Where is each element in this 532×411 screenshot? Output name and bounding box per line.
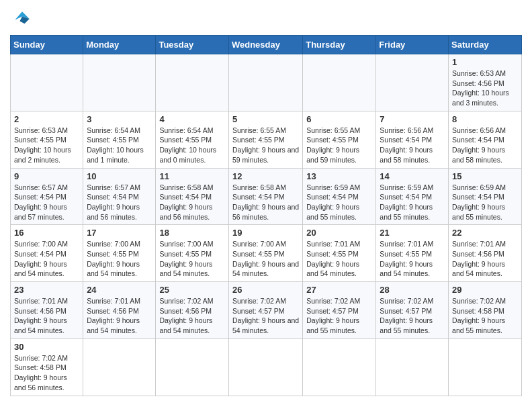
day-info: Sunrise: 6:59 AM Sunset: 4:54 PM Dayligh… (380, 183, 445, 222)
calendar-cell: 13Sunrise: 6:59 AM Sunset: 4:54 PM Dayli… (303, 168, 376, 225)
calendar-week-row: 16Sunrise: 7:00 AM Sunset: 4:54 PM Dayli… (11, 225, 522, 282)
calendar-cell: 20Sunrise: 7:01 AM Sunset: 4:55 PM Dayli… (303, 225, 376, 282)
calendar-cell (228, 54, 302, 111)
day-number: 3 (87, 114, 152, 124)
day-number: 17 (87, 228, 152, 238)
day-number: 23 (14, 285, 79, 295)
header (10, 7, 522, 31)
day-info: Sunrise: 7:02 AM Sunset: 4:58 PM Dayligh… (452, 296, 518, 336)
calendar-week-row: 2Sunrise: 6:53 AM Sunset: 4:55 PM Daylig… (11, 111, 522, 168)
calendar-week-row: 30Sunrise: 7:02 AM Sunset: 4:58 PM Dayli… (11, 338, 522, 396)
day-info: Sunrise: 7:01 AM Sunset: 4:55 PM Dayligh… (306, 239, 372, 279)
day-number: 27 (306, 285, 372, 295)
day-number: 5 (232, 114, 299, 124)
day-of-week-thursday: Thursday (303, 36, 376, 54)
calendar-cell: 4Sunrise: 6:54 AM Sunset: 4:55 PM Daylig… (156, 111, 229, 168)
day-number: 24 (87, 285, 152, 295)
day-info: Sunrise: 6:54 AM Sunset: 4:55 PM Dayligh… (159, 126, 225, 165)
day-number: 30 (14, 342, 79, 352)
day-number: 4 (159, 114, 225, 124)
day-info: Sunrise: 6:53 AM Sunset: 4:55 PM Dayligh… (14, 126, 79, 165)
day-info: Sunrise: 6:57 AM Sunset: 4:54 PM Dayligh… (14, 183, 79, 222)
calendar-cell: 8Sunrise: 6:56 AM Sunset: 4:54 PM Daylig… (449, 111, 522, 168)
day-info: Sunrise: 6:55 AM Sunset: 4:55 PM Dayligh… (306, 126, 372, 165)
day-of-week-tuesday: Tuesday (156, 36, 229, 54)
day-info: Sunrise: 6:58 AM Sunset: 4:54 PM Dayligh… (159, 183, 225, 222)
day-number: 26 (232, 285, 299, 295)
day-number: 20 (306, 228, 372, 238)
calendar-cell: 10Sunrise: 6:57 AM Sunset: 4:54 PM Dayli… (83, 168, 156, 225)
calendar-cell: 12Sunrise: 6:58 AM Sunset: 4:54 PM Dayli… (228, 168, 302, 225)
day-info: Sunrise: 7:00 AM Sunset: 4:54 PM Dayligh… (14, 239, 79, 279)
calendar-cell (303, 54, 376, 111)
day-of-week-saturday: Saturday (449, 36, 522, 54)
calendar-cell: 26Sunrise: 7:02 AM Sunset: 4:57 PM Dayli… (228, 282, 302, 339)
calendar-cell: 9Sunrise: 6:57 AM Sunset: 4:54 PM Daylig… (11, 168, 83, 225)
day-of-week-wednesday: Wednesday (228, 36, 302, 54)
calendar-week-row: 1Sunrise: 6:53 AM Sunset: 4:56 PM Daylig… (11, 54, 522, 111)
day-info: Sunrise: 6:59 AM Sunset: 4:54 PM Dayligh… (306, 183, 372, 222)
day-number: 11 (159, 171, 225, 181)
calendar-cell (83, 338, 156, 396)
calendar-cell: 18Sunrise: 7:00 AM Sunset: 4:55 PM Dayli… (156, 225, 229, 282)
calendar-cell: 7Sunrise: 6:56 AM Sunset: 4:54 PM Daylig… (376, 111, 449, 168)
day-number: 22 (452, 228, 518, 238)
day-number: 25 (159, 285, 225, 295)
calendar-cell (376, 54, 449, 111)
day-number: 9 (14, 171, 79, 181)
calendar-cell (83, 54, 156, 111)
calendar-cell: 15Sunrise: 6:59 AM Sunset: 4:54 PM Dayli… (449, 168, 522, 225)
day-info: Sunrise: 6:55 AM Sunset: 4:55 PM Dayligh… (232, 126, 299, 165)
day-number: 6 (306, 114, 372, 124)
day-info: Sunrise: 6:57 AM Sunset: 4:54 PM Dayligh… (87, 183, 152, 222)
day-number: 1 (452, 57, 518, 67)
day-info: Sunrise: 7:00 AM Sunset: 4:55 PM Dayligh… (159, 239, 225, 279)
day-number: 14 (380, 171, 445, 181)
calendar-cell: 22Sunrise: 7:01 AM Sunset: 4:56 PM Dayli… (449, 225, 522, 282)
day-info: Sunrise: 7:00 AM Sunset: 4:55 PM Dayligh… (232, 239, 299, 279)
day-number: 2 (14, 114, 79, 124)
day-info: Sunrise: 7:00 AM Sunset: 4:55 PM Dayligh… (87, 239, 152, 279)
calendar-cell (449, 338, 522, 396)
calendar-table: SundayMondayTuesdayWednesdayThursdayFrid… (10, 35, 522, 396)
day-number: 13 (306, 171, 372, 181)
calendar-cell: 6Sunrise: 6:55 AM Sunset: 4:55 PM Daylig… (303, 111, 376, 168)
day-number: 18 (159, 228, 225, 238)
calendar-cell: 19Sunrise: 7:00 AM Sunset: 4:55 PM Dayli… (228, 225, 302, 282)
day-info: Sunrise: 6:59 AM Sunset: 4:54 PM Dayligh… (452, 183, 518, 222)
day-number: 15 (452, 171, 518, 181)
calendar-cell: 29Sunrise: 7:02 AM Sunset: 4:58 PM Dayli… (449, 282, 522, 339)
day-number: 7 (380, 114, 445, 124)
day-number: 19 (232, 228, 299, 238)
calendar-cell: 27Sunrise: 7:02 AM Sunset: 4:57 PM Dayli… (303, 282, 376, 339)
day-info: Sunrise: 7:01 AM Sunset: 4:56 PM Dayligh… (452, 239, 518, 279)
day-info: Sunrise: 7:01 AM Sunset: 4:56 PM Dayligh… (87, 296, 152, 336)
calendar-cell: 24Sunrise: 7:01 AM Sunset: 4:56 PM Dayli… (83, 282, 156, 339)
calendar-cell: 3Sunrise: 6:54 AM Sunset: 4:55 PM Daylig… (83, 111, 156, 168)
day-of-week-friday: Friday (376, 36, 449, 54)
calendar-cell: 25Sunrise: 7:02 AM Sunset: 4:56 PM Dayli… (156, 282, 229, 339)
calendar-cell (156, 54, 229, 111)
calendar-cell (303, 338, 376, 396)
calendar-cell: 14Sunrise: 6:59 AM Sunset: 4:54 PM Dayli… (376, 168, 449, 225)
calendar-cell: 17Sunrise: 7:00 AM Sunset: 4:55 PM Dayli… (83, 225, 156, 282)
calendar-cell: 23Sunrise: 7:01 AM Sunset: 4:56 PM Dayli… (11, 282, 83, 339)
day-number: 29 (452, 285, 518, 295)
day-info: Sunrise: 6:56 AM Sunset: 4:54 PM Dayligh… (380, 126, 445, 165)
calendar-cell: 21Sunrise: 7:01 AM Sunset: 4:55 PM Dayli… (376, 225, 449, 282)
day-number: 8 (452, 114, 518, 124)
logo-icon (10, 7, 34, 31)
calendar-cell (376, 338, 449, 396)
day-info: Sunrise: 6:54 AM Sunset: 4:55 PM Dayligh… (87, 126, 152, 165)
day-number: 10 (87, 171, 152, 181)
calendar-cell: 11Sunrise: 6:58 AM Sunset: 4:54 PM Dayli… (156, 168, 229, 225)
logo (10, 7, 37, 31)
day-info: Sunrise: 7:02 AM Sunset: 4:58 PM Dayligh… (14, 353, 79, 393)
calendar-cell: 30Sunrise: 7:02 AM Sunset: 4:58 PM Dayli… (11, 338, 83, 396)
calendar-header-row: SundayMondayTuesdayWednesdayThursdayFrid… (11, 36, 522, 54)
calendar-cell (228, 338, 302, 396)
day-info: Sunrise: 7:01 AM Sunset: 4:56 PM Dayligh… (14, 296, 79, 336)
calendar-cell (156, 338, 229, 396)
day-info: Sunrise: 7:02 AM Sunset: 4:56 PM Dayligh… (159, 296, 225, 336)
day-of-week-sunday: Sunday (11, 36, 83, 54)
